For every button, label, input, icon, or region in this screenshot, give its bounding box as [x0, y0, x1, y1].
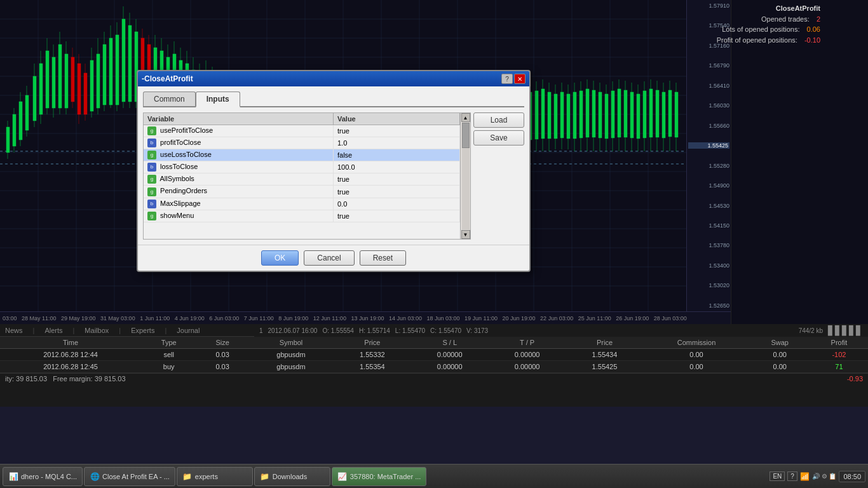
param-value[interactable]: 100.0	[334, 161, 460, 173]
svg-rect-236	[649, 89, 653, 137]
opened-trades-label: Opened trades:	[761, 15, 810, 23]
param-name: b MaxSlippage	[144, 198, 334, 210]
svg-rect-54	[71, 57, 74, 102]
svg-rect-218	[592, 90, 595, 137]
param-row[interactable]: b profitToClose 1.0	[144, 137, 460, 149]
reset-button[interactable]: Reset	[360, 250, 406, 266]
col-tp: T / P	[489, 337, 566, 349]
scroll-down-button[interactable]: ▼	[461, 230, 470, 239]
svg-rect-64	[103, 44, 106, 105]
param-value[interactable]: true	[334, 186, 460, 198]
svg-rect-242	[668, 90, 672, 137]
taskbar-icon-2: 📁	[182, 471, 193, 482]
trade-row: 2012.06.28 12:44 sell 0.03 gbpusdm 1.553…	[0, 349, 868, 361]
trade-price: 1.55332	[334, 349, 411, 361]
param-name: g showMenu	[144, 210, 334, 222]
equity-status: ity: 39 815.03 Free margin: 39 815.03	[5, 375, 126, 383]
tab-experts[interactable]: Experts	[131, 327, 154, 334]
bar-count: 744/2 kb	[799, 327, 823, 334]
side-buttons: Load Save	[473, 112, 524, 240]
cancel-button[interactable]: Cancel	[304, 250, 354, 266]
col-variable: Variable	[144, 113, 334, 125]
taskbar-label-1: Close At Profit EA - ...	[102, 473, 170, 480]
col-price2: Price	[566, 337, 644, 349]
svg-rect-234	[643, 91, 646, 138]
col-swap: Swap	[750, 337, 810, 349]
dialog-tab-bar: Common Inputs	[143, 92, 524, 107]
param-name: b profitToClose	[144, 137, 334, 149]
trade-symbol: gbpusdm	[248, 361, 334, 373]
param-row[interactable]: g showMenu true	[144, 210, 460, 222]
param-row[interactable]: g AllSymbols true	[144, 173, 460, 186]
svg-rect-50	[58, 44, 62, 108]
trade-panel: Time Type Size Symbol Price S / L T / P …	[0, 337, 868, 407]
param-value[interactable]: 0.0	[334, 198, 460, 210]
taskbar-btn-0[interactable]: 📊 dhero - MQL4 C...	[3, 467, 83, 486]
param-row[interactable]: g useProfitToClose true	[144, 125, 460, 137]
param-row[interactable]: b MaxSlippage 0.0	[144, 198, 460, 210]
price-label: 1.53400	[688, 262, 729, 269]
lang-label: EN	[770, 471, 785, 481]
taskbar-btn-1[interactable]: 🌐 Close At Profit EA - ...	[84, 467, 175, 486]
price-label: 1.56790	[688, 62, 729, 69]
tab-news[interactable]: News	[5, 327, 23, 334]
price-label: 1.53780	[688, 242, 729, 248]
param-value[interactable]: true	[334, 210, 460, 222]
tab-common[interactable]: Common	[143, 92, 196, 106]
price-label: 1.54900	[688, 182, 729, 189]
ok-button[interactable]: OK	[261, 250, 299, 266]
taskbar-label-2: experts	[195, 473, 218, 480]
info-tab-bar: News | Alerts | Mailbox | Experts | Jour…	[0, 324, 254, 337]
dialog-close-button[interactable]: ✕	[514, 74, 526, 84]
trade-profit: -102	[810, 349, 868, 361]
close-at-profit-dialog[interactable]: -CloseAtProfit ? ✕ Common Inputs Variabl…	[137, 70, 531, 272]
col-value: Value	[334, 113, 460, 125]
params-scrollbar[interactable]: ▲ ▼	[460, 113, 470, 239]
total-profit: -0.93	[847, 375, 863, 383]
tab-journal[interactable]: Journal	[177, 327, 200, 334]
param-value[interactable]: true	[334, 173, 460, 186]
param-value[interactable]: true	[334, 125, 460, 137]
param-value[interactable]: false	[334, 149, 460, 161]
dialog-titlebar: -CloseAtProfit ? ✕	[138, 71, 529, 86]
param-row[interactable]: g useLossToClose false	[144, 149, 460, 161]
trade-row: 2012.06.28 12:45 buy 0.03 gbpusdm 1.5535…	[0, 361, 868, 373]
tab-alerts[interactable]: Alerts	[44, 327, 62, 334]
svg-rect-70	[122, 19, 125, 102]
param-row[interactable]: b lossToClose 100.0	[144, 161, 460, 173]
taskbar-icon-4: 📈	[337, 471, 348, 482]
svg-rect-200	[535, 91, 538, 139]
svg-rect-214	[580, 91, 583, 138]
svg-rect-36	[13, 114, 16, 146]
tab-inputs[interactable]: Inputs	[196, 92, 240, 107]
load-button[interactable]: Load	[473, 112, 524, 128]
scroll-up-button[interactable]: ▲	[461, 113, 470, 122]
svg-rect-212	[573, 92, 576, 139]
price-axis: 1.57910 1.57540 1.57160 1.56790 1.56410 …	[686, 0, 731, 311]
trade-price2: 1.55434	[566, 349, 644, 361]
taskbar-btn-4[interactable]: 📈 357880: MetaTrader ...	[332, 467, 427, 486]
param-name: g useProfitToClose	[144, 125, 334, 137]
params-table: Variable Value g useProfitToClose true b…	[144, 113, 460, 222]
profit-label: Profit of opened positions:	[717, 36, 797, 44]
bar-high: H: 1.55714	[359, 327, 390, 334]
dialog-title: -CloseAtProfit	[142, 74, 193, 83]
taskbar-btn-3[interactable]: 📁 Downloads	[254, 467, 330, 486]
param-row[interactable]: g PendingOrders true	[144, 186, 460, 198]
taskbar-icon-0: 📊	[8, 471, 18, 482]
param-value[interactable]: 1.0	[334, 137, 460, 149]
svg-rect-40	[25, 95, 29, 130]
save-button[interactable]: Save	[473, 130, 524, 146]
trade-commission: 0.00	[643, 349, 749, 361]
price-label: 1.55660	[688, 123, 729, 129]
scrollbar-thumb[interactable]	[462, 123, 470, 148]
profit-row: Profit of opened positions: -0.10	[717, 35, 820, 46]
question-icon[interactable]: ?	[787, 471, 797, 481]
opened-trades-value: 2	[817, 15, 820, 23]
taskbar-btn-2[interactable]: 📁 experts	[177, 467, 253, 486]
svg-rect-62	[97, 54, 100, 108]
tab-mailbox[interactable]: Mailbox	[85, 327, 109, 334]
trade-size: 0.03	[196, 349, 248, 361]
dialog-help-button[interactable]: ?	[501, 74, 513, 84]
svg-rect-72	[128, 25, 132, 102]
